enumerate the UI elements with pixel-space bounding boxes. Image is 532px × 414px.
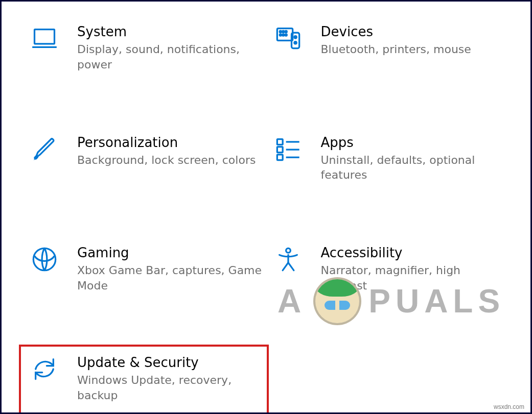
category-title: Apps (321, 135, 510, 151)
category-desc: Windows Update, recovery, backup (77, 373, 266, 403)
category-title: Devices (321, 24, 510, 40)
category-desc: Uninstall, defaults, optional features (321, 153, 510, 183)
category-apps[interactable]: Apps Uninstall, defaults, optional featu… (274, 132, 510, 186)
accessibility-icon (274, 245, 303, 274)
category-update-security[interactable]: Update & Security Windows Update, recove… (22, 348, 266, 412)
svg-rect-0 (35, 30, 55, 44)
category-title: Accessibility (321, 245, 510, 261)
svg-point-11 (294, 42, 296, 44)
category-system[interactable]: System Display, sound, notifications, po… (30, 21, 266, 76)
svg-point-7 (282, 34, 284, 36)
personalization-icon (30, 135, 59, 163)
svg-point-5 (285, 31, 287, 32)
apps-icon (274, 135, 303, 163)
category-desc: Bluetooth, printers, mouse (321, 42, 510, 57)
category-title: Personalization (77, 135, 266, 151)
svg-point-4 (282, 31, 284, 32)
category-title: Update & Security (77, 355, 266, 371)
category-devices[interactable]: Devices Bluetooth, printers, mouse (274, 21, 510, 76)
category-gaming[interactable]: Gaming Xbox Game Bar, captures, Game Mod… (30, 242, 266, 297)
attribution-text: wsxdn.com (494, 403, 524, 410)
svg-point-19 (286, 248, 290, 253)
category-desc: Xbox Game Bar, captures, Game Mode (77, 263, 266, 293)
category-desc: Background, lock screen, colors (77, 153, 266, 168)
svg-point-3 (280, 31, 281, 32)
category-title: System (77, 24, 266, 40)
svg-rect-13 (277, 147, 283, 152)
category-desc: Display, sound, notifications, power (77, 42, 266, 72)
update-security-icon (30, 355, 59, 383)
devices-icon (274, 24, 303, 53)
gaming-icon (30, 245, 59, 274)
category-title: Gaming (77, 245, 266, 261)
svg-rect-14 (277, 154, 283, 160)
settings-categories-grid: System Display, sound, notifications, po… (2, 2, 530, 414)
category-accessibility[interactable]: Accessibility Narrator, magnifier, high … (274, 242, 510, 297)
category-personalization[interactable]: Personalization Background, lock screen,… (30, 132, 266, 186)
svg-point-8 (285, 34, 287, 36)
category-desc: Narrator, magnifier, high contrast (321, 263, 510, 293)
svg-point-10 (294, 36, 296, 38)
system-icon (30, 24, 59, 53)
svg-point-6 (280, 34, 281, 36)
svg-rect-12 (277, 139, 283, 144)
